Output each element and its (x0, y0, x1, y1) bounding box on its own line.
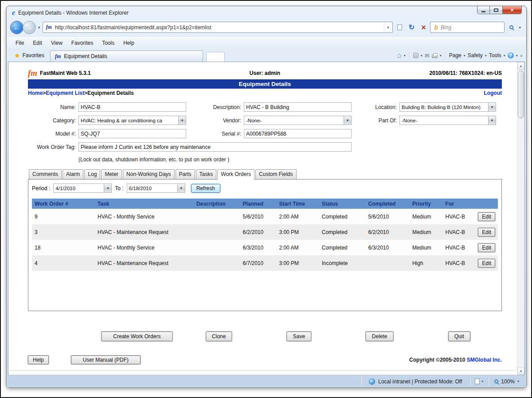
work-order-tag-field[interactable] (78, 142, 352, 152)
maximize-button[interactable] (490, 6, 503, 14)
back-button[interactable]: ← (10, 21, 23, 34)
tab-meter[interactable]: Meter (101, 169, 122, 179)
more-commands-chevron[interactable]: » (520, 53, 523, 58)
edit-button[interactable]: Edit (478, 259, 495, 268)
scrollbar-track[interactable] (517, 119, 524, 367)
close-button[interactable]: × (503, 6, 522, 14)
location-select[interactable]: Building B: Building B (120 Minton) ▼ (399, 102, 496, 112)
tools-menu-button[interactable]: Tools (489, 52, 501, 59)
clone-button[interactable]: Clone (206, 332, 232, 341)
tab-non-working-days[interactable]: Non-Working Days (123, 169, 174, 179)
refresh-period-button[interactable]: Refresh (191, 184, 220, 193)
work-order-tag-note: (Lock out data, shutdown information, et… (78, 156, 496, 163)
edit-button[interactable]: Edit (478, 228, 495, 237)
menu-help[interactable]: Help (119, 39, 139, 47)
view-mode-button[interactable]: ▾ (471, 378, 487, 384)
cell-for: HVAC-B (443, 224, 475, 240)
scroll-up-button[interactable]: ▲ (517, 62, 524, 70)
help-button[interactable]: Help (28, 355, 49, 364)
page-menu-button[interactable]: Page (449, 52, 462, 59)
tab-work-orders[interactable]: Work Orders (217, 169, 254, 179)
copyright-text: Copyright ©2005-2010 SMGlobal Inc. (409, 357, 502, 363)
vertical-scrollbar[interactable]: ▲ ▼ (517, 62, 524, 375)
print-icon[interactable] (432, 55, 438, 58)
address-bar[interactable]: fm http://localhost:81/fastmaint/equipme… (43, 22, 393, 33)
stop-button[interactable]: × (418, 22, 429, 33)
period-label: Period : (32, 185, 50, 191)
recent-pages-dropdown[interactable]: ▾ (37, 25, 41, 30)
cell-status: Completed (319, 240, 366, 255)
menu-view[interactable]: View (47, 39, 67, 47)
home-icon[interactable]: ⌂ (397, 52, 402, 59)
breadcrumb-equipment-list-link[interactable]: Equipment List (46, 90, 84, 96)
tools-menu-dropdown[interactable]: ▾ (504, 54, 505, 58)
menu-bar: File Edit View Favorites Tools Help (7, 37, 526, 48)
tab-tasks[interactable]: Tasks (196, 169, 217, 179)
tab-custom-fields[interactable]: Custom Fields (255, 169, 297, 179)
menu-file[interactable]: File (11, 39, 28, 47)
logout-link[interactable]: Logout (484, 90, 502, 96)
name-label: Name: (28, 104, 76, 110)
print-dropdown[interactable]: ▾ (440, 54, 442, 58)
quit-button[interactable]: Quit (448, 332, 470, 341)
delete-button[interactable]: Delete (366, 332, 394, 341)
forward-button[interactable]: → (23, 21, 36, 34)
home-dropdown[interactable]: ▾ (404, 54, 406, 58)
feeds-dropdown[interactable]: ▾ (421, 54, 422, 58)
help-icon[interactable]: ? (508, 52, 514, 59)
safety-menu-button[interactable]: Safety (468, 52, 483, 59)
user-manual-button[interactable]: User Manual (PDF) (71, 355, 141, 364)
model-field[interactable] (78, 129, 186, 138)
menu-favorites[interactable]: Favorites (67, 39, 98, 47)
cell-task: HVAC - Monthly Service (95, 240, 194, 255)
minimize-button[interactable] (477, 6, 490, 14)
cell-description (194, 255, 240, 271)
copyright-years: Copyright ©2005-2010 (409, 357, 465, 363)
description-field[interactable] (244, 102, 352, 112)
globe-icon (369, 378, 375, 385)
period-from-select[interactable]: 4/1/2010 ▼ (53, 183, 112, 193)
menu-tools[interactable]: Tools (98, 39, 119, 47)
tab-alarm[interactable]: Alarm (63, 169, 83, 179)
favorites-button[interactable]: ★ Favorites (10, 51, 49, 62)
menu-edit[interactable]: Edit (28, 39, 47, 47)
category-select[interactable]: HVAC: Heating & air conditioning ca ▼ (78, 116, 186, 125)
zoom-control[interactable]: 100% ▾ (490, 378, 524, 385)
vendor-select[interactable]: -None- ▼ (244, 116, 352, 125)
compatibility-view-button[interactable] (394, 22, 405, 33)
security-zone[interactable]: Local intranet | Protected Mode: Off (363, 378, 468, 385)
chevron-down-icon: ▼ (488, 116, 496, 125)
new-tab-stub[interactable] (206, 52, 225, 62)
part-of-select[interactable]: -None- ▼ (399, 116, 496, 125)
serial-field[interactable] (244, 129, 352, 138)
name-field[interactable] (78, 102, 186, 112)
create-work-orders-button[interactable]: Create Work Orders (101, 332, 172, 341)
help-dropdown[interactable]: ▾ (516, 54, 518, 58)
scrollbar-thumb[interactable] (518, 70, 524, 118)
address-history-dropdown[interactable]: ▾ (384, 23, 391, 32)
page-menu-dropdown[interactable]: ▾ (464, 54, 466, 58)
search-button[interactable] (506, 22, 516, 33)
edit-button[interactable]: Edit (478, 212, 495, 221)
read-mail-icon[interactable]: ✉ (425, 53, 430, 59)
table-row: 18 HVAC - Monthly Service 6/3/2010 2:00 … (32, 240, 498, 255)
company-link[interactable]: SMGlobal Inc. (467, 357, 502, 363)
period-to-select[interactable]: 6/18/2010 ▼ (127, 183, 185, 193)
tab-parts[interactable]: Parts (176, 169, 195, 179)
edit-button[interactable]: Edit (478, 243, 495, 252)
feeds-icon[interactable] (413, 53, 419, 58)
tab-equipment-details[interactable]: fm Equipment Details (50, 51, 203, 62)
refresh-button[interactable]: ↻ (406, 22, 417, 33)
scroll-down-button[interactable]: ▼ (517, 367, 524, 375)
tab-comments[interactable]: Comments (29, 169, 62, 179)
save-button[interactable]: Save (287, 332, 311, 341)
cell-planned: 5/6/2010 (240, 209, 277, 224)
safety-menu-dropdown[interactable]: ▾ (485, 54, 487, 58)
url-text: http://localhost:81/fastmaint/equipmente… (55, 24, 381, 31)
breadcrumb-home-link[interactable]: Home (28, 90, 43, 96)
search-box[interactable]: b Bing (430, 22, 505, 33)
column-header-task: Task (95, 199, 194, 209)
search-options-dropdown[interactable]: ▾ (518, 25, 522, 30)
search-placeholder: Bing (441, 24, 451, 31)
tab-log[interactable]: Log (84, 169, 100, 179)
